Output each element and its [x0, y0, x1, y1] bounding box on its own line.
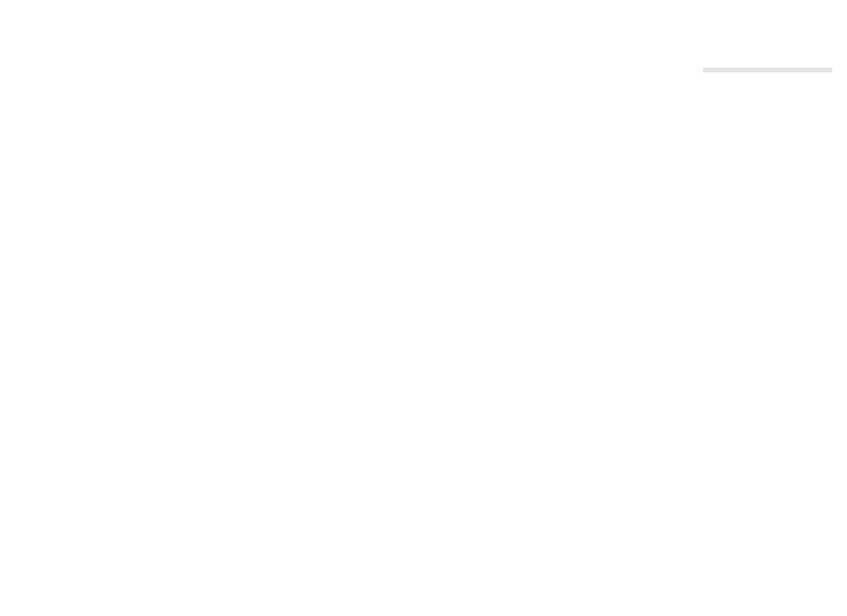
chart-canvas — [0, 0, 847, 616]
legend — [703, 68, 832, 72]
figure — [0, 0, 847, 616]
